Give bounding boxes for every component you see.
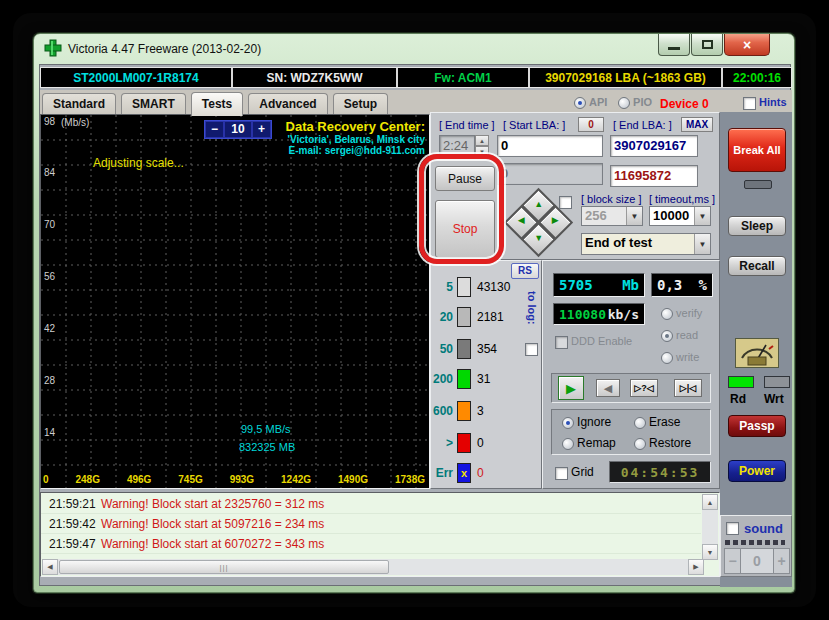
start-scan-button[interactable]: ▶ xyxy=(558,376,584,400)
timeout-label: [ timeout,ms ] xyxy=(649,193,715,205)
scroll-up-icon[interactable]: ▲ xyxy=(702,494,718,510)
y-tick: 84 xyxy=(44,167,55,178)
left-arrow-icon: ◀ xyxy=(518,215,525,225)
skip-to-end-button[interactable]: ▷|◁ xyxy=(674,379,702,397)
remap-radio[interactable] xyxy=(562,438,574,450)
sound-checkbox[interactable] xyxy=(726,522,739,535)
swatch-5ms xyxy=(457,277,471,297)
ddd-enable-label: DDD Enable xyxy=(571,335,632,347)
swatch-600ms xyxy=(457,401,471,421)
scrollbar-thumb[interactable]: ||| xyxy=(59,560,389,574)
close-icon: × xyxy=(743,37,751,53)
swatch-50ms xyxy=(457,339,471,359)
timeout-select[interactable]: 10000▼ xyxy=(649,206,711,226)
dropdown-icon[interactable]: ▼ xyxy=(694,234,710,254)
graph-grid xyxy=(41,115,429,488)
log-entry[interactable]: 21:59:21Warning! Block start at 2325760 … xyxy=(41,495,701,514)
passp-button[interactable]: Passp xyxy=(728,415,786,437)
scale-minus-button[interactable]: − xyxy=(205,121,224,138)
rd-label: Rd xyxy=(730,392,746,406)
close-button[interactable]: × xyxy=(724,34,770,56)
pause-button[interactable]: Pause xyxy=(435,166,495,191)
hints-checkbox[interactable] xyxy=(743,97,756,110)
read-radio[interactable] xyxy=(661,330,673,342)
ddd-enable-checkbox[interactable] xyxy=(555,336,568,349)
y-tick: 56 xyxy=(44,271,55,282)
tab-smart[interactable]: SMART xyxy=(121,93,186,114)
tab-tests[interactable]: Tests xyxy=(191,92,243,116)
loop-checkbox[interactable] xyxy=(559,196,572,209)
counter-row-600: 6003 xyxy=(431,401,541,423)
block-size-select[interactable]: 256▼ xyxy=(581,206,643,226)
grid-checkbox[interactable] xyxy=(555,467,568,480)
verify-radio[interactable] xyxy=(661,308,673,320)
power-button[interactable]: Power xyxy=(728,460,786,482)
end-time-spinner[interactable]: 2:24 ▲▼ xyxy=(439,135,489,157)
restore-radio[interactable] xyxy=(634,438,646,450)
write-radio[interactable] xyxy=(661,352,673,364)
scroll-right-icon[interactable]: ▶ xyxy=(688,559,704,575)
restore-label: Restore xyxy=(649,436,691,450)
current-speed-readout: 99,5 MB/s xyxy=(241,423,291,435)
vendor-banner: Data Recovery Center: 'Victoria', Belaru… xyxy=(286,119,425,156)
erase-label: Erase xyxy=(649,415,680,429)
sound-label: sound xyxy=(744,521,783,536)
tab-setup[interactable]: Setup xyxy=(333,93,388,114)
recall-button[interactable]: Recall xyxy=(728,256,786,276)
dropdown-icon[interactable]: ▼ xyxy=(694,207,710,225)
end-action-select[interactable]: End of test▼ xyxy=(581,233,711,255)
title-bar[interactable]: Victoria 4.47 Freeware (2013-02-20) × xyxy=(34,34,794,64)
window-title: Victoria 4.47 Freeware (2013-02-20) xyxy=(68,42,261,56)
scroll-left-icon[interactable]: ◀ xyxy=(42,559,58,575)
log-50-checkbox[interactable] xyxy=(525,343,538,356)
scan-question-button[interactable]: ▷?◁ xyxy=(630,379,658,397)
log-entry[interactable]: 21:59:42Warning! Block start at 5097216 … xyxy=(41,515,701,534)
scan-graph: 98 (Mb/s) 84 70 56 42 28 14 0248G 496G74… xyxy=(40,114,430,489)
spin-down-icon[interactable]: ▼ xyxy=(475,146,489,157)
current-lba-field: 0 xyxy=(497,163,603,185)
stop-button[interactable]: Stop xyxy=(435,200,495,258)
minimize-button[interactable] xyxy=(658,34,690,56)
back-button[interactable]: ◀ xyxy=(596,379,620,397)
test-control-panel: [ End time ] 2:24 ▲▼ [ Start LBA: ] 0 0 … xyxy=(430,112,720,260)
end-lba-label: [ End LBA: ] xyxy=(613,119,672,131)
scan-question-icon: ▷?◁ xyxy=(634,383,653,393)
break-all-button[interactable]: Break All xyxy=(728,128,786,172)
tab-standard[interactable]: Standard xyxy=(42,93,116,114)
api-label: API xyxy=(589,96,607,108)
tab-advanced[interactable]: Advanced xyxy=(248,93,327,114)
ignore-radio[interactable] xyxy=(562,417,574,429)
end-lba-input[interactable]: 3907029167 xyxy=(610,135,698,157)
counter-row-5: 543130 xyxy=(431,277,541,299)
event-log: 21:59:21Warning! Block start at 2325760 … xyxy=(40,492,720,577)
log-vertical-scrollbar[interactable]: ▲ ▼ xyxy=(702,494,718,560)
down-arrow-icon: ▼ xyxy=(534,233,543,243)
elapsed-timer-lcd: 04:54:53 xyxy=(609,461,711,483)
drive-serial: SN: WDZ7K5WW xyxy=(233,68,398,87)
sleep-button[interactable]: Sleep xyxy=(728,216,786,236)
start-lba-input[interactable]: 0 xyxy=(497,135,603,157)
up-arrow-icon: ▲ xyxy=(534,199,543,209)
dropdown-icon[interactable]: ▼ xyxy=(626,207,642,225)
speed-lcd: 110080kb/s xyxy=(553,303,645,325)
erase-radio[interactable] xyxy=(634,417,646,429)
max-lba-button[interactable]: MAX xyxy=(681,117,713,132)
log-entry[interactable]: 21:59:47Warning! Block start at 6070272 … xyxy=(41,535,701,554)
latency-counters-panel: RS to log: 543130 202181 50354 20031 600… xyxy=(430,260,542,489)
ignore-label: Ignore xyxy=(577,415,611,429)
rewind-icon: ◀ xyxy=(604,382,612,395)
swatch-20ms xyxy=(457,307,471,327)
spin-up-icon[interactable]: ▲ xyxy=(475,135,489,146)
device-indicator: Device 0 xyxy=(660,97,709,111)
pio-radio[interactable] xyxy=(618,97,630,109)
counter-row-200: 20031 xyxy=(431,369,541,391)
scale-plus-button[interactable]: + xyxy=(252,121,271,138)
api-radio[interactable] xyxy=(574,97,586,109)
spinner-minus-button[interactable]: − xyxy=(725,549,741,573)
scroll-down-icon[interactable]: ▼ xyxy=(702,544,718,560)
log-horizontal-scrollbar[interactable]: ◀ ||| ▶ xyxy=(42,559,704,575)
spinner-plus-button[interactable]: + xyxy=(773,549,789,573)
start-lba-zero-button[interactable]: 0 xyxy=(578,117,604,132)
current-position-readout: 832325 MB xyxy=(239,441,295,453)
maximize-button[interactable] xyxy=(691,34,723,56)
